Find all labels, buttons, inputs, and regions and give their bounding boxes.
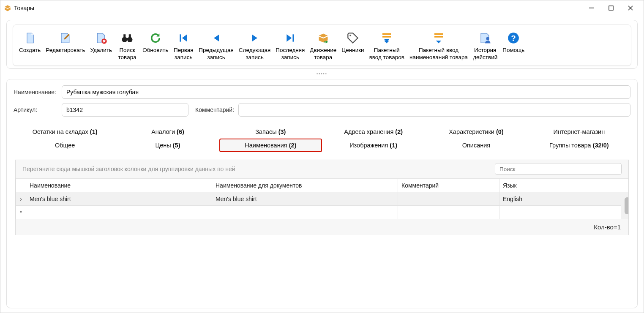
new-cell-docname[interactable] xyxy=(212,206,398,219)
content: Создать Редактировать Удалить xyxy=(0,16,644,313)
edit-page-icon xyxy=(59,31,72,45)
tab-images[interactable]: Изображения (1) xyxy=(322,139,425,152)
prev-record-button[interactable]: Предыдущая запись xyxy=(196,29,236,63)
window-controls xyxy=(582,2,640,14)
name-row: Наименование: xyxy=(14,85,630,99)
toolbar: Создать Редактировать Удалить xyxy=(13,24,631,66)
table-new-row[interactable]: * xyxy=(16,206,629,219)
grid-scroll-head xyxy=(621,179,628,192)
row-indicator-icon: › xyxy=(16,192,26,206)
next-record-button[interactable]: Следующая запись xyxy=(236,29,273,63)
tab-groups[interactable]: Группы товара (32/0) xyxy=(528,139,630,152)
batch-names-icon xyxy=(432,31,445,45)
pricetag-icon xyxy=(347,31,359,45)
sku-input[interactable] xyxy=(62,103,188,117)
window: Товары Создать xyxy=(0,0,644,313)
svg-rect-12 xyxy=(382,36,391,38)
first-icon xyxy=(178,31,189,45)
cell-lang[interactable]: English xyxy=(499,192,621,206)
sku-label: Артикул: xyxy=(14,106,57,113)
movement-button[interactable]: Движение товара xyxy=(307,29,339,63)
table-row[interactable]: › Men's blue shirt Men's blue shirt Engl… xyxy=(16,192,629,206)
grid-search-input[interactable] xyxy=(495,163,622,175)
batch-names-button[interactable]: Пакетный ввод наименований товара xyxy=(407,29,470,63)
splitter[interactable]: ••••• xyxy=(6,72,638,76)
tab-eshop[interactable]: Интернет-магазин xyxy=(528,125,630,139)
next-label: Следующая запись xyxy=(239,47,271,61)
tabs-row-2: Общее Цены (5) Наименования (2) Изображе… xyxy=(14,139,630,152)
new-cell-lang[interactable] xyxy=(499,206,621,219)
name-label: Наименование: xyxy=(14,89,57,95)
new-cell-name[interactable] xyxy=(26,206,212,219)
maximize-button[interactable] xyxy=(601,2,621,14)
refresh-button[interactable]: Обновить xyxy=(140,29,171,56)
help-button[interactable]: ? Помощь xyxy=(500,29,527,56)
pricetags-button[interactable]: Ценники xyxy=(339,29,366,56)
svg-text:?: ? xyxy=(511,34,516,43)
history-button[interactable]: История действий xyxy=(470,29,500,63)
prev-label: Предыдущая запись xyxy=(199,47,234,61)
tabs: Остатки на складах (1) Аналоги (6) Запас… xyxy=(14,125,630,152)
name-input[interactable] xyxy=(62,85,630,99)
minimize-button[interactable] xyxy=(582,2,601,14)
close-button[interactable] xyxy=(621,2,640,14)
svg-rect-0 xyxy=(589,8,594,8)
grid-table: Наименование Наименование для документов… xyxy=(16,179,628,220)
tab-names[interactable]: Наименования (2) xyxy=(219,139,322,152)
search-goods-label: Поиск товара xyxy=(118,47,136,61)
refresh-icon xyxy=(150,31,161,45)
col-docname[interactable]: Наименование для документов xyxy=(212,179,398,192)
edit-button[interactable]: Редактировать xyxy=(43,29,87,56)
tab-stocks[interactable]: Остатки на складах (1) xyxy=(14,125,116,139)
cell-comment[interactable] xyxy=(398,192,499,206)
window-title: Товары xyxy=(14,5,582,11)
last-icon xyxy=(285,31,296,45)
svg-rect-11 xyxy=(382,33,391,35)
svg-rect-14 xyxy=(434,36,443,38)
help-icon: ? xyxy=(508,31,519,45)
cell-docname[interactable]: Men's blue shirt xyxy=(212,192,398,206)
first-record-button[interactable]: Первая запись xyxy=(171,29,196,63)
last-record-button[interactable]: Последняя запись xyxy=(273,29,307,63)
grid-scrollbar[interactable] xyxy=(621,192,628,219)
grid-header-selector[interactable] xyxy=(16,179,26,192)
create-button[interactable]: Создать xyxy=(16,29,43,56)
cell-name[interactable]: Men's blue shirt xyxy=(26,192,212,206)
prev-icon xyxy=(211,31,221,45)
svg-point-10 xyxy=(349,35,351,36)
new-cell-comment[interactable] xyxy=(398,206,499,219)
tab-reserves[interactable]: Запасы (3) xyxy=(219,125,322,139)
search-goods-button[interactable]: Поиск товара xyxy=(115,29,140,63)
delete-button[interactable]: Удалить xyxy=(88,29,115,56)
tabs-row-1: Остатки на складах (1) Аналоги (6) Запас… xyxy=(14,125,630,139)
tab-general[interactable]: Общее xyxy=(14,139,116,152)
batch-goods-button[interactable]: Пакетный ввод товаров xyxy=(367,29,407,63)
tab-characteristics[interactable]: Характеристики (0) xyxy=(425,125,527,139)
detail-panel: Наименование: Артикул: Комментарий: Оста… xyxy=(6,79,638,308)
first-label: Первая запись xyxy=(174,47,194,61)
col-comment[interactable]: Комментарий xyxy=(398,179,499,192)
batch-goods-label: Пакетный ввод товаров xyxy=(369,47,404,61)
tab-storage[interactable]: Адреса хранения (2) xyxy=(322,125,425,139)
col-lang[interactable]: Язык xyxy=(499,179,621,192)
svg-rect-7 xyxy=(129,34,131,38)
group-bar: Перетяните сюда мышкой заголовок колонки… xyxy=(16,160,628,179)
svg-rect-9 xyxy=(292,34,294,41)
refresh-label: Обновить xyxy=(142,47,168,54)
sku-row: Артикул: Комментарий: xyxy=(14,103,630,117)
history-user-icon xyxy=(479,31,491,45)
svg-rect-8 xyxy=(180,34,181,41)
binoculars-icon xyxy=(121,31,134,45)
create-label: Создать xyxy=(19,47,41,54)
next-icon xyxy=(250,31,260,45)
col-name[interactable]: Наименование xyxy=(26,179,212,192)
comment-input[interactable] xyxy=(238,103,630,117)
box-move-icon xyxy=(317,31,330,45)
tab-prices[interactable]: Цены (5) xyxy=(116,139,219,152)
tab-descriptions[interactable]: Описания xyxy=(425,139,527,152)
tab-analogs[interactable]: Аналоги (6) xyxy=(116,125,219,139)
delete-label: Удалить xyxy=(90,47,112,54)
last-label: Последняя запись xyxy=(276,47,305,61)
grid-count: Кол-во=1 xyxy=(594,223,621,231)
batch-names-label: Пакетный ввод наименований товара xyxy=(409,47,468,61)
